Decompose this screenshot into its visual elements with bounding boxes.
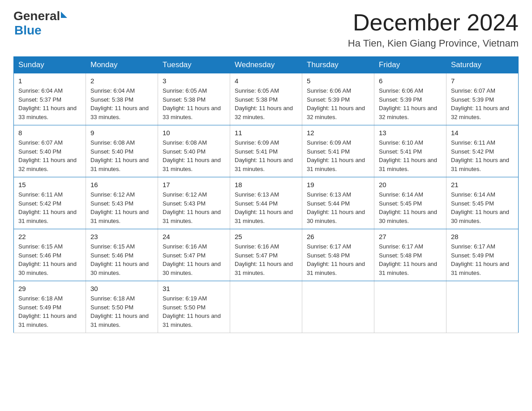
day-number: 6 [379, 77, 442, 85]
calendar-header-row: SundayMondayTuesdayWednesdayThursdayFrid… [14, 57, 519, 73]
daylight-label: Daylight: 11 hours and 31 minutes. [451, 157, 509, 172]
sunset-label: Sunset: 5:39 PM [451, 96, 494, 103]
day-info: Sunrise: 6:17 AM Sunset: 5:49 PM Dayligh… [451, 242, 514, 277]
day-info: Sunrise: 6:06 AM Sunset: 5:39 PM Dayligh… [307, 86, 369, 121]
sunrise-label: Sunrise: 6:17 AM [451, 243, 495, 250]
day-info: Sunrise: 6:11 AM Sunset: 5:42 PM Dayligh… [18, 190, 81, 225]
daylight-label: Daylight: 11 hours and 31 minutes. [18, 209, 77, 224]
month-title: December 2024 [348, 9, 519, 36]
calendar-cell: 2 Sunrise: 6:04 AM Sunset: 5:38 PM Dayli… [86, 73, 158, 125]
day-info: Sunrise: 6:07 AM Sunset: 5:39 PM Dayligh… [451, 86, 514, 121]
location-title: Ha Tien, Kien Giang Province, Vietnam [348, 38, 519, 49]
calendar-cell: 24 Sunrise: 6:16 AM Sunset: 5:47 PM Dayl… [158, 229, 230, 281]
daylight-label: Daylight: 11 hours and 31 minutes. [451, 261, 509, 276]
calendar-cell: 21 Sunrise: 6:14 AM Sunset: 5:45 PM Dayl… [446, 177, 519, 229]
daylight-label: Daylight: 11 hours and 32 minutes. [451, 105, 509, 120]
logo-blue-text: Blue [14, 23, 67, 38]
daylight-label: Daylight: 11 hours and 30 minutes. [163, 261, 221, 276]
sunrise-label: Sunrise: 6:09 AM [307, 139, 351, 146]
calendar-cell [230, 281, 302, 333]
sunrise-label: Sunrise: 6:17 AM [307, 243, 351, 250]
day-info: Sunrise: 6:04 AM Sunset: 5:37 PM Dayligh… [18, 86, 81, 121]
calendar-cell: 10 Sunrise: 6:08 AM Sunset: 5:40 PM Dayl… [158, 125, 230, 177]
day-info: Sunrise: 6:15 AM Sunset: 5:46 PM Dayligh… [18, 242, 81, 277]
sunset-label: Sunset: 5:43 PM [163, 200, 206, 207]
calendar-cell: 18 Sunrise: 6:13 AM Sunset: 5:44 PM Dayl… [230, 177, 302, 229]
sunset-label: Sunset: 5:49 PM [451, 252, 494, 259]
daylight-label: Daylight: 11 hours and 32 minutes. [235, 105, 293, 120]
page-header: General Blue December 2024 Ha Tien, Kien… [13, 9, 519, 49]
day-number: 28 [451, 233, 514, 240]
daylight-label: Daylight: 11 hours and 32 minutes. [18, 157, 77, 172]
calendar-cell: 15 Sunrise: 6:11 AM Sunset: 5:42 PM Dayl… [14, 177, 86, 229]
day-info: Sunrise: 6:16 AM Sunset: 5:47 PM Dayligh… [235, 242, 297, 277]
day-info: Sunrise: 6:06 AM Sunset: 5:39 PM Dayligh… [379, 86, 442, 121]
calendar-cell: 26 Sunrise: 6:17 AM Sunset: 5:48 PM Dayl… [302, 229, 374, 281]
sunset-label: Sunset: 5:44 PM [235, 200, 278, 207]
sunrise-label: Sunrise: 6:10 AM [379, 139, 423, 146]
day-info: Sunrise: 6:08 AM Sunset: 5:40 PM Dayligh… [163, 138, 225, 173]
day-info: Sunrise: 6:10 AM Sunset: 5:41 PM Dayligh… [379, 138, 442, 173]
calendar-cell: 22 Sunrise: 6:15 AM Sunset: 5:46 PM Dayl… [14, 229, 86, 281]
sunrise-label: Sunrise: 6:13 AM [307, 191, 351, 198]
daylight-label: Daylight: 11 hours and 32 minutes. [307, 105, 365, 120]
calendar-cell [374, 281, 446, 333]
sunset-label: Sunset: 5:39 PM [379, 96, 422, 103]
day-number: 8 [18, 129, 81, 137]
sunrise-label: Sunrise: 6:11 AM [451, 139, 495, 146]
calendar-cell: 19 Sunrise: 6:13 AM Sunset: 5:44 PM Dayl… [302, 177, 374, 229]
daylight-label: Daylight: 11 hours and 31 minutes. [163, 209, 221, 224]
daylight-label: Daylight: 11 hours and 31 minutes. [235, 261, 293, 276]
title-block: December 2024 Ha Tien, Kien Giang Provin… [348, 9, 519, 49]
sunset-label: Sunset: 5:46 PM [90, 252, 133, 259]
day-number: 9 [90, 129, 153, 137]
day-info: Sunrise: 6:05 AM Sunset: 5:38 PM Dayligh… [163, 86, 225, 121]
sunset-label: Sunset: 5:41 PM [379, 148, 422, 155]
sunset-label: Sunset: 5:41 PM [235, 148, 278, 155]
calendar-cell: 29 Sunrise: 6:18 AM Sunset: 5:49 PM Dayl… [14, 281, 86, 333]
sunrise-label: Sunrise: 6:07 AM [451, 87, 495, 94]
calendar-cell: 8 Sunrise: 6:07 AM Sunset: 5:40 PM Dayli… [14, 125, 86, 177]
calendar-cell: 28 Sunrise: 6:17 AM Sunset: 5:49 PM Dayl… [446, 229, 519, 281]
sunset-label: Sunset: 5:50 PM [90, 304, 133, 311]
day-number: 25 [235, 233, 297, 240]
daylight-label: Daylight: 11 hours and 31 minutes. [235, 157, 293, 172]
calendar-header-sunday: Sunday [14, 57, 86, 73]
sunrise-label: Sunrise: 6:05 AM [163, 87, 207, 94]
day-info: Sunrise: 6:16 AM Sunset: 5:47 PM Dayligh… [163, 242, 225, 277]
sunrise-label: Sunrise: 6:13 AM [235, 191, 279, 198]
daylight-label: Daylight: 11 hours and 31 minutes. [379, 261, 437, 276]
sunrise-label: Sunrise: 6:05 AM [235, 87, 279, 94]
daylight-label: Daylight: 11 hours and 32 minutes. [379, 105, 437, 120]
sunset-label: Sunset: 5:50 PM [163, 304, 206, 311]
day-number: 26 [307, 233, 369, 240]
daylight-label: Daylight: 11 hours and 30 minutes. [90, 261, 149, 276]
daylight-label: Daylight: 11 hours and 31 minutes. [90, 313, 149, 328]
day-number: 3 [163, 77, 225, 85]
sunrise-label: Sunrise: 6:17 AM [379, 243, 423, 250]
sunrise-label: Sunrise: 6:14 AM [451, 191, 495, 198]
sunset-label: Sunset: 5:40 PM [163, 148, 206, 155]
sunset-label: Sunset: 5:47 PM [163, 252, 206, 259]
day-number: 24 [163, 233, 225, 240]
day-number: 22 [18, 233, 81, 240]
day-info: Sunrise: 6:18 AM Sunset: 5:49 PM Dayligh… [18, 294, 81, 329]
sunrise-label: Sunrise: 6:18 AM [90, 295, 135, 302]
day-number: 11 [235, 129, 297, 137]
day-number: 27 [379, 233, 442, 240]
daylight-label: Daylight: 11 hours and 31 minutes. [379, 157, 437, 172]
sunset-label: Sunset: 5:49 PM [18, 304, 61, 311]
sunset-label: Sunset: 5:38 PM [163, 96, 206, 103]
sunset-label: Sunset: 5:45 PM [379, 200, 422, 207]
calendar-cell: 6 Sunrise: 6:06 AM Sunset: 5:39 PM Dayli… [374, 73, 446, 125]
calendar-cell: 1 Sunrise: 6:04 AM Sunset: 5:37 PM Dayli… [14, 73, 86, 125]
calendar-cell: 31 Sunrise: 6:19 AM Sunset: 5:50 PM Dayl… [158, 281, 230, 333]
day-number: 30 [90, 285, 153, 292]
sunset-label: Sunset: 5:42 PM [451, 148, 494, 155]
sunrise-label: Sunrise: 6:16 AM [235, 243, 279, 250]
calendar-week-row: 1 Sunrise: 6:04 AM Sunset: 5:37 PM Dayli… [14, 73, 519, 125]
calendar-cell: 7 Sunrise: 6:07 AM Sunset: 5:39 PM Dayli… [446, 73, 519, 125]
day-number: 4 [235, 77, 297, 85]
calendar-cell [302, 281, 374, 333]
calendar-week-row: 22 Sunrise: 6:15 AM Sunset: 5:46 PM Dayl… [14, 229, 519, 281]
